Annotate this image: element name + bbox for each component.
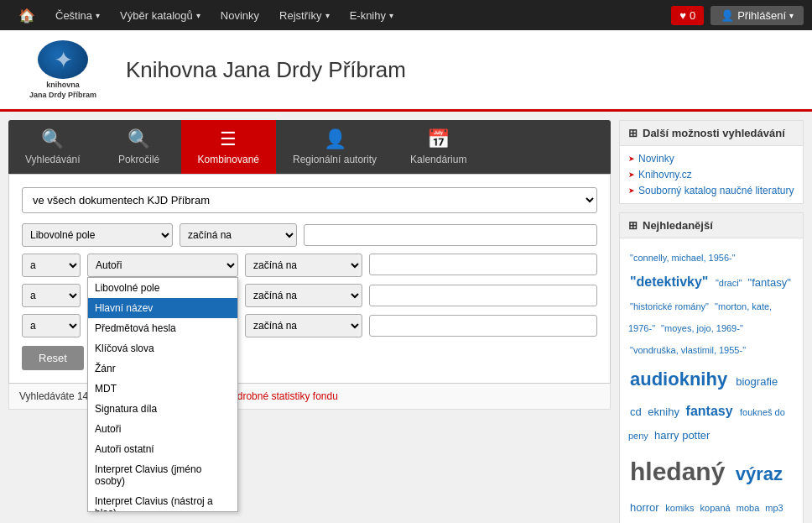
tab-pokrocile[interactable]: 🔍 Pokročilé	[97, 120, 181, 174]
tab-pokrocile-label: Pokročilé	[118, 154, 159, 165]
tag-fantasy[interactable]: fantasy	[686, 404, 737, 418]
query-input-4[interactable]	[369, 315, 597, 337]
sidebar-link-soubornykatalog[interactable]: Souborný katalog naučné literatury	[628, 185, 794, 196]
sidebar-link-novinky[interactable]: Novinky	[628, 153, 794, 165]
tag-eknihy[interactable]: eknihy	[648, 405, 682, 418]
statistics-link[interactable]: Podrobné statistiky fondu	[225, 390, 338, 402]
tag-biografie[interactable]: biografie	[736, 375, 778, 388]
tag-moba[interactable]: moba	[737, 503, 763, 513]
tag-v-raz[interactable]: výraz	[736, 463, 783, 484]
tag-komiks[interactable]: komiks	[665, 503, 696, 513]
tab-kalendarium[interactable]: 📅 Kalendárium	[393, 120, 483, 174]
field-select-1[interactable]: Libovolné pole	[22, 223, 173, 247]
tag--fantasy-[interactable]: "fantasy"	[748, 276, 791, 289]
home-button[interactable]: 🏠	[8, 0, 45, 30]
tab-kombinovane[interactable]: ☰ Kombinované	[181, 120, 276, 174]
sidebar-link-knihovny[interactable]: Knihovny.cz	[628, 169, 794, 180]
tag-horror[interactable]: horror	[630, 501, 662, 514]
chevron-down-icon: ▾	[789, 11, 794, 20]
dropdown-option-signatura[interactable]: Signatura díla	[88, 399, 237, 419]
dropdown-option-autori[interactable]: Autoři	[88, 419, 237, 439]
field-dropdown-2: Libovolné pole Hlavní název Předmětová h…	[87, 277, 238, 512]
logo: knihovna Jana Drdy Příbram	[17, 40, 109, 99]
dropdown-option-zanr[interactable]: Žánr	[88, 358, 237, 379]
nav-vyberkatalogů[interactable]: Výběr katalogů ▾	[110, 0, 211, 30]
nav-cestina[interactable]: Čeština ▾	[45, 0, 110, 30]
user-icon: 👤	[721, 9, 734, 22]
scope-select[interactable]: ve všech dokumentech KJD Příbram	[22, 187, 597, 213]
chevron-down-icon: ▾	[389, 11, 393, 20]
login-button[interactable]: 👤 Přihlášení ▾	[710, 6, 804, 25]
cond-select-4[interactable]: začíná na	[245, 314, 362, 337]
search-icon: 🔍	[128, 128, 150, 150]
right-sidebar: ⊞ Další možnosti vyhledávání Novinky Kni…	[619, 120, 804, 523]
sidebar-tags-title: ⊞ Nejhledanější	[620, 213, 803, 238]
calendar-icon: 📅	[427, 128, 450, 150]
cond-select-1[interactable]: začíná na	[180, 223, 297, 247]
dropdown-option-klicova[interactable]: Klíčová slova	[88, 338, 237, 358]
dropdown-option-libovolne[interactable]: Libovolné pole	[88, 278, 237, 298]
tag-cd[interactable]: cd	[630, 405, 644, 418]
bool-select-2[interactable]: a nebo ne	[22, 254, 81, 277]
search-row-2: a nebo ne Autoři Libovolné pole Hlavní n…	[22, 254, 597, 277]
cond-select-2[interactable]: začíná na	[245, 254, 362, 277]
dropdown-option-interpret-jmeno[interactable]: Interpret Clavius (jméno osoby)	[88, 459, 237, 491]
query-input-3[interactable]	[369, 285, 597, 306]
dropdown-option-interpret-nastroj[interactable]: Interpret Clavius (nástroj a hlas)	[88, 491, 237, 512]
person-icon: 👤	[324, 128, 346, 150]
tab-kalendarium-label: Kalendárium	[410, 154, 466, 165]
search-row-1: Libovolné pole začíná na	[22, 223, 597, 247]
nav-rejstriky-label: Rejstříky	[279, 9, 322, 22]
field-select-2[interactable]: Autoři	[87, 254, 238, 277]
nav-cestina-label: Čeština	[55, 9, 92, 22]
tag--historick--rom-ny-[interactable]: "historické romány"	[630, 301, 711, 311]
sidebar-tags-box: ⊞ Nejhledanější "connelly, michael, 1956…	[619, 212, 804, 523]
tab-kombinovane-label: Kombinované	[198, 154, 259, 165]
list-icon: ☰	[220, 128, 237, 150]
sidebar-search-box: ⊞ Další možnosti vyhledávání Novinky Kni…	[619, 120, 804, 204]
tab-regionalni[interactable]: 👤 Regionální autority	[276, 120, 393, 174]
tag-kopan-[interactable]: kopaná	[700, 503, 733, 513]
bool-select-3[interactable]: a nebo ne	[22, 284, 81, 307]
nav-eknihy[interactable]: E-knihy ▾	[340, 0, 403, 30]
tag-hledan-[interactable]: hledaný	[630, 458, 732, 485]
dropdown-option-autori-ostatni[interactable]: Autoři ostatní	[88, 439, 237, 459]
favorites-button[interactable]: ♥ 0	[671, 6, 704, 25]
logo-text-line2: Jana Drdy Příbram	[29, 91, 96, 99]
chevron-down-icon: ▾	[196, 11, 200, 20]
tag--vondru-ka--vlastimil--1955--[interactable]: "vondruška, vlastimil, 1955-"	[630, 345, 746, 355]
logo-text-line1: knihovna	[46, 81, 80, 89]
cond-select-3[interactable]: začíná na	[245, 284, 362, 307]
center-content: 🔍 Vyhledávání 🔍 Pokročilé ☰ Kombinované …	[8, 120, 611, 523]
tag-harry-potter[interactable]: harry potter	[654, 429, 710, 442]
nav-novinky-label: Novinky	[221, 9, 259, 22]
heart-icon: ♥	[679, 9, 686, 22]
scope-row: ve všech dokumentech KJD Příbram	[22, 187, 597, 213]
tag--detektivky-[interactable]: "detektivky"	[630, 275, 712, 289]
reset-button[interactable]: Reset	[22, 346, 84, 370]
expand-icon: ⊞	[628, 219, 638, 232]
nav-novinky[interactable]: Novinky	[211, 0, 269, 30]
dropdown-option-predmetova[interactable]: Předmětová hesla	[88, 318, 237, 338]
tag-audioknihy[interactable]: audioknihy	[630, 369, 732, 390]
dropdown-option-mdt[interactable]: MDT	[88, 379, 237, 399]
query-input-1[interactable]	[304, 224, 597, 246]
tag--connelly--michael--1956--[interactable]: "connelly, michael, 1956-"	[630, 253, 736, 263]
tag--moyes--jojo--1969--[interactable]: "moyes, jojo, 1969-"	[661, 323, 743, 333]
top-nav: 🏠 Čeština ▾ Výběr katalogů ▾ Novinky Rej…	[0, 0, 812, 30]
bool-select-4[interactable]: a nebo ne	[22, 314, 81, 337]
nav-items: 🏠 Čeština ▾ Výběr katalogů ▾ Novinky Rej…	[8, 0, 671, 30]
nav-vyberkatalogů-label: Výběr katalogů	[120, 9, 193, 22]
expand-icon: ⊞	[628, 127, 638, 139]
query-input-2[interactable]	[369, 254, 597, 275]
tag--draci-[interactable]: "draci"	[716, 278, 745, 288]
search-area: ve všech dokumentech KJD Příbram Libovol…	[8, 174, 611, 384]
chevron-down-icon: ▾	[96, 11, 100, 20]
tab-vyhledavani[interactable]: 🔍 Vyhledávání	[8, 120, 97, 174]
dropdown-option-hlavni[interactable]: Hlavní název	[88, 298, 237, 318]
tab-vyhledavani-label: Vyhledávání	[25, 154, 81, 165]
tab-regionalni-label: Regionální autority	[293, 154, 377, 165]
tag-mp3[interactable]: mp3	[765, 503, 783, 513]
sidebar-search-title: ⊞ Další možnosti vyhledávání	[620, 121, 803, 146]
nav-rejstriky[interactable]: Rejstříky ▾	[269, 0, 340, 30]
